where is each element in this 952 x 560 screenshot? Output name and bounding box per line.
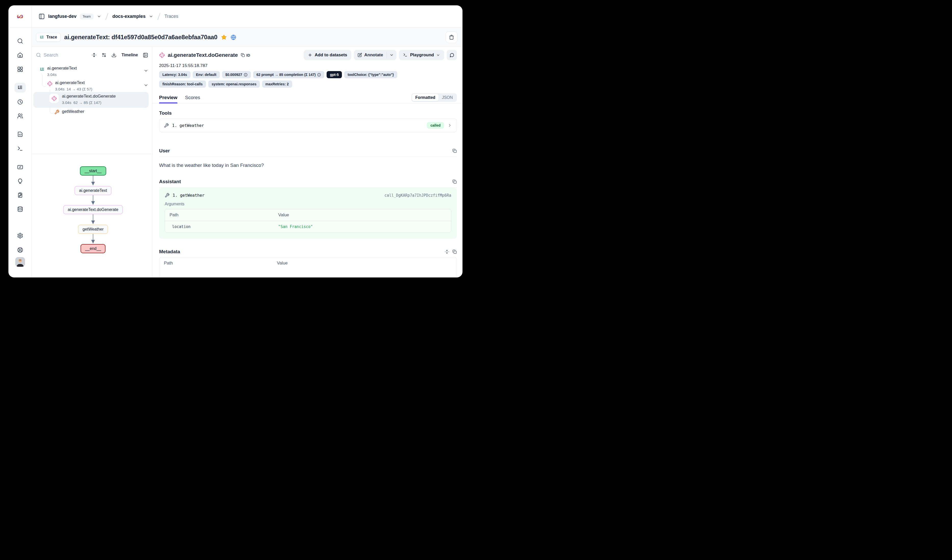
metadata-section-heading: Metadata (159, 249, 457, 255)
chevron-right-icon[interactable] (447, 123, 452, 128)
observation-name: ai.generateText.doGenerate (62, 94, 116, 99)
observation-name: ai.generateText (55, 80, 85, 85)
model-badge[interactable]: gpt-5 (327, 71, 342, 78)
table-header-value: Value (274, 209, 451, 221)
breadcrumb-separator (105, 13, 108, 20)
download-icon[interactable] (111, 52, 116, 57)
finish-reason-badge: finishReason: tool-calls (159, 80, 206, 88)
database-icon (17, 206, 23, 212)
playground-button[interactable]: Playground (399, 50, 444, 60)
sidebar-item-playground[interactable] (17, 145, 23, 151)
delete-trace-button[interactable] (446, 31, 457, 43)
panel-left-icon (39, 13, 45, 20)
project-plan-badge: Team (80, 14, 94, 19)
chevron-down-icon[interactable] (144, 83, 148, 88)
observation-name: ai.generateText (47, 66, 77, 71)
dashboard-icon (17, 66, 23, 73)
comment-icon (450, 53, 454, 57)
detail-tabs: Preview Scores Formatted JSON (159, 93, 457, 103)
percent-box-icon (17, 164, 23, 170)
breadcrumb-project[interactable]: langfuse-dev (48, 14, 76, 19)
table-header-path: Path (165, 209, 274, 221)
lightbulb-icon (17, 178, 23, 184)
tab-scores[interactable]: Scores (185, 95, 200, 103)
graph-node-get-weather[interactable]: getWeather (78, 225, 108, 234)
sidebar-item-llm-judge[interactable] (17, 178, 23, 184)
collapse-all-icon[interactable] (91, 52, 97, 57)
graph-node-end[interactable]: __end__ (80, 244, 105, 253)
sidebar-nav (8, 28, 32, 278)
chevron-down-icon (436, 53, 440, 57)
sidebar-item-support[interactable] (17, 247, 23, 253)
display-settings-icon[interactable] (102, 52, 107, 57)
sidebar-item-sessions[interactable] (17, 99, 23, 105)
argument-path: location (165, 221, 274, 232)
sidebar-item-home[interactable] (17, 52, 23, 58)
bookmark-star-icon[interactable] (221, 34, 227, 40)
section-divider (159, 157, 457, 157)
tool-call-name: 1. getWeather (173, 193, 204, 198)
public-globe-icon[interactable] (230, 34, 236, 40)
lifebuoy-icon (17, 247, 23, 253)
plus-icon (308, 53, 312, 57)
tool-name: 1. getWeather (172, 123, 204, 128)
square-pen-icon (357, 53, 362, 57)
id-label: ID (246, 53, 250, 57)
add-to-datasets-button[interactable]: Add to datasets (304, 50, 351, 60)
chevron-down-icon[interactable] (97, 14, 101, 19)
trace-badge-label: Trace (46, 35, 57, 40)
graph-node-do-generate[interactable]: ai.generateText.doGenerate (63, 205, 123, 214)
search-icon (36, 52, 41, 57)
sidebar-item-annotation[interactable] (17, 192, 23, 198)
chevron-down-icon[interactable] (149, 14, 153, 19)
tool-definition-row[interactable]: 1. getWeather called (159, 119, 457, 132)
tokens-badge[interactable]: 62 prompt → 85 completion (Σ 147) (253, 71, 324, 78)
tab-preview[interactable]: Preview (159, 95, 178, 103)
sidebar-item-prompts[interactable] (17, 131, 23, 137)
observation-title: ai.generateText.doGenerate (168, 52, 238, 58)
annotate-dropdown-button[interactable] (387, 50, 396, 60)
copy-icon[interactable] (452, 250, 457, 254)
file-code-icon (17, 131, 23, 137)
sidebar-item-search[interactable] (17, 38, 23, 44)
format-toggle-json[interactable]: JSON (439, 94, 456, 101)
observation-detail-panel: ai.generateText.doGenerate ID Add to dat… (153, 47, 462, 278)
assistant-section-heading: Assistant (159, 179, 457, 184)
assistant-tool-call-card: 1. getWeather call_DgKARp7a7IhJPDczfifMp… (159, 188, 457, 239)
graph-node-generate-text[interactable]: ai.generateText (74, 186, 111, 195)
format-toggle-formatted[interactable]: Formatted (412, 94, 439, 101)
wrench-icon (164, 123, 169, 128)
panel-collapse-icon[interactable] (143, 52, 148, 58)
trace-tree-icon (17, 85, 23, 91)
comments-button[interactable] (447, 50, 457, 60)
table-row[interactable]: location "San Francisco" (165, 221, 451, 232)
user-avatar[interactable] (15, 257, 25, 267)
sidebar-item-datasets[interactable] (17, 206, 23, 212)
copy-icon[interactable] (452, 179, 457, 184)
copy-id-button[interactable]: ID (241, 53, 250, 57)
copy-icon[interactable] (452, 148, 457, 153)
breadcrumb-page[interactable]: Traces (164, 14, 178, 19)
cost-badge[interactable]: $0.000927 (222, 71, 251, 78)
timeline-toggle[interactable]: Timeline (121, 53, 138, 57)
chevron-down-icon (389, 53, 394, 57)
sidebar-toggle-button[interactable] (39, 13, 45, 20)
unfold-vertical-icon[interactable] (445, 250, 449, 254)
sidebar-item-tracing[interactable] (14, 83, 26, 93)
langfuse-logo-icon[interactable] (16, 14, 24, 20)
chevron-down-icon[interactable] (144, 68, 148, 73)
clipboard-pen-icon (17, 192, 23, 198)
annotate-button[interactable]: Annotate (354, 50, 387, 60)
graph-node-start[interactable]: __start__ (80, 167, 106, 176)
table-header-value: Value (272, 257, 457, 269)
metadata-badges-row: Latency: 3.04s Env: default $0.000927 62… (159, 71, 457, 78)
info-icon (317, 73, 321, 77)
sidebar-item-dashboards[interactable] (17, 66, 23, 73)
breadcrumb-environment[interactable]: docs-examples (113, 14, 145, 19)
users-icon (17, 113, 23, 119)
generation-fan-icon (159, 52, 165, 58)
sidebar-item-evaluation[interactable] (17, 164, 23, 170)
sidebar-item-settings[interactable] (17, 233, 23, 239)
search-input[interactable]: Search (36, 52, 87, 58)
sidebar-item-users[interactable] (17, 113, 23, 119)
